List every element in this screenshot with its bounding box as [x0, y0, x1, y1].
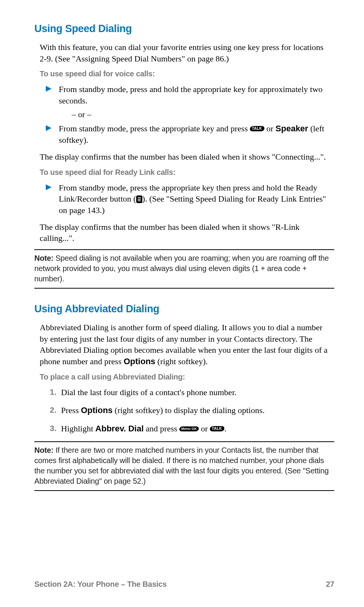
talk-key-icon: TALK	[250, 126, 265, 131]
or-separator: – or –	[72, 109, 332, 120]
step-2-text-b: (right softkey) to display the dialing o…	[113, 405, 264, 415]
step-2-text-a: Press	[61, 405, 81, 415]
connecting-confirm: The display confirms that the number has…	[40, 151, 332, 163]
voice-step-1: From standby mode, press and hold the ap…	[46, 84, 332, 120]
heading-speed-dialing: Using Speed Dialing	[34, 23, 334, 35]
voice-calls-subheading: To use speed dial for voice calls:	[40, 69, 332, 78]
readylink-step-1: From standby mode, press the appropriate…	[46, 182, 332, 216]
speed-dial-note: Note: Speed dialing is not available whe…	[34, 253, 334, 284]
note-label-2: Note:	[34, 446, 53, 454]
voice-step-2: From standby mode, press the appropriate…	[46, 123, 332, 145]
heading-abbrev-dialing: Using Abbreviated Dialing	[34, 303, 334, 315]
abbrev-dial-label: Abbrev. Dial	[95, 424, 144, 433]
note-text-2: If there are two or more matched numbers…	[34, 446, 329, 485]
step-3-text-c: or	[199, 424, 210, 433]
abbrev-step-2: 2. Press Options (right softkey) to disp…	[46, 405, 332, 416]
voice-calls-steps: From standby mode, press and hold the ap…	[46, 84, 332, 145]
rlink-confirm: The display confirms that the number has…	[40, 221, 332, 244]
triangle-bullet-icon	[46, 125, 52, 131]
readylink-subheading: To use speed dial for Ready Link calls:	[40, 168, 332, 177]
triangle-bullet-icon	[46, 86, 52, 92]
note2-divider-top	[34, 441, 334, 442]
abbrev-intro: Abbreviated Dialing is another form of s…	[40, 322, 332, 367]
note2-divider-bottom	[34, 490, 334, 491]
svg-marker-2	[46, 184, 52, 190]
page-footer: Section 2A: Your Phone – The Basics 27	[34, 580, 334, 589]
abbrev-step-1: 1. Dial the last four digits of a contac…	[46, 387, 332, 398]
step-3-text-d: .	[224, 424, 227, 433]
options-label: Options	[124, 357, 155, 366]
readylink-steps: From standby mode, press the appropriate…	[46, 182, 332, 216]
abbrev-intro-b: (right softkey).	[155, 357, 208, 366]
speaker-label: Speaker	[275, 124, 308, 133]
step-number-3: 3.	[46, 423, 56, 434]
speed-dial-intro: With this feature, you can dial your fav…	[40, 42, 332, 64]
abbrev-dial-note: Note: If there are two or more matched n…	[34, 445, 334, 486]
readylink-button-icon	[136, 195, 142, 203]
note-divider-top	[34, 249, 334, 250]
talk-key-icon-2: TALK	[209, 426, 225, 431]
svg-marker-1	[46, 125, 52, 131]
step-1-text: Dial the last four digits of a contact's…	[61, 387, 237, 397]
abbrev-steps: 1. Dial the last four digits of a contac…	[46, 387, 332, 434]
footer-page-number: 27	[326, 580, 334, 589]
abbrev-subheading: To place a call using Abbreviated Dialin…	[40, 373, 332, 381]
voice-step-2-text-b: or	[264, 124, 275, 133]
note-text: Speed dialing is not available when you …	[34, 254, 329, 283]
triangle-bullet-icon	[46, 184, 52, 190]
footer-section-label: Section 2A: Your Phone – The Basics	[34, 580, 167, 589]
note-divider-bottom	[34, 288, 334, 289]
menu-ok-key-icon: Menu OK	[179, 426, 199, 431]
step-number-2: 2.	[46, 405, 56, 415]
abbrev-step-3: 3. Highlight Abbrev. Dial and press Menu…	[46, 423, 332, 434]
voice-step-2-text-a: From standby mode, press the appropriate…	[59, 124, 250, 133]
svg-marker-0	[46, 86, 52, 92]
step-number-1: 1.	[46, 387, 56, 397]
step-3-text-a: Highlight	[61, 424, 95, 433]
options-label-2: Options	[81, 405, 113, 415]
note-label: Note:	[34, 254, 53, 262]
step-3-text-b: and press	[144, 424, 179, 433]
voice-step-1-text: From standby mode, press and hold the ap…	[59, 84, 323, 105]
